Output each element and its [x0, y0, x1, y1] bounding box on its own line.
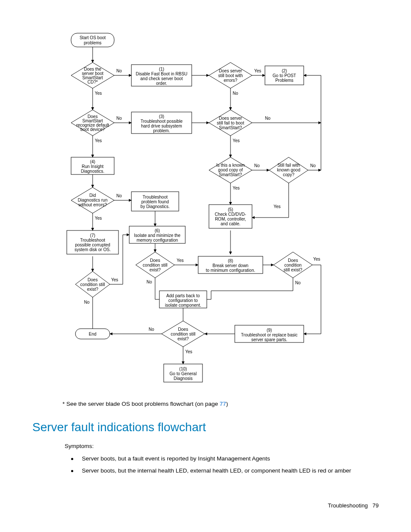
svg-text:No: No — [146, 280, 152, 284]
symptoms-label: Symptoms: — [65, 443, 94, 449]
svg-text:No: No — [116, 116, 122, 121]
node-p8: (8)Break server downto minimum configura… — [198, 256, 263, 274]
svg-text:Yes: Yes — [95, 91, 102, 96]
node-d-known: Is this a knowngood copy ofSmartStart? — [209, 157, 252, 183]
page: Start OS bootproblems Does theserver boo… — [0, 0, 411, 532]
bullet-2: Server boots, but the internal health LE… — [82, 467, 351, 474]
footnote-page-link[interactable]: 77 — [220, 401, 226, 407]
svg-text:Add parts back toconfiguration: Add parts back toconfiguration toisolate… — [165, 293, 201, 308]
svg-text:No: No — [116, 68, 122, 73]
footnote-suffix: ) — [226, 401, 228, 407]
node-p4: (4)Run InsightDiagnostics. — [71, 157, 114, 174]
svg-text:Yes: Yes — [274, 204, 280, 209]
node-p2: (2)Go to POSTProblems — [265, 66, 304, 85]
node-d-cond1: Doescondition stillexist? — [136, 252, 174, 278]
node-start: Start OS bootproblems — [71, 33, 114, 47]
node-d-stillfail: Still fail withknown goodcopy? — [269, 157, 308, 183]
bullet-1: Server boots, but a fault event is repor… — [82, 455, 270, 462]
bullet-icon — [71, 458, 73, 460]
svg-text:No: No — [149, 327, 154, 332]
node-p3: (3)Troubleshoot possiblehard drive subsy… — [131, 112, 192, 134]
bullet-icon — [71, 470, 73, 472]
svg-text:Yes: Yes — [95, 138, 102, 143]
footnote-text: * See the server blade OS boot problems … — [62, 401, 220, 407]
svg-text:Yes: Yes — [111, 277, 118, 282]
node-p1: (1)Disable Fast Boot in RBSUand check se… — [131, 65, 192, 86]
node-d-bootcd: Does theserver bootSmartStartCD?* — [71, 62, 114, 88]
flowchart-diagram: Start OS bootproblems Does theserver boo… — [62, 32, 330, 394]
svg-text:Troubleshootproblem foundby Di: Troubleshootproblem foundby Diagnostics. — [140, 195, 170, 209]
node-d-cond2: Doesconditionstill exist? — [274, 252, 312, 278]
svg-text:Yes: Yes — [185, 349, 192, 354]
node-p-addback: Add parts back toconfiguration toisolate… — [159, 291, 207, 308]
node-d-recog: DoesSmartStartrecognize defaultboot devi… — [71, 110, 114, 136]
svg-text:Yes: Yes — [254, 68, 261, 73]
svg-text:Yes: Yes — [177, 258, 184, 263]
node-p-diagfix: Troubleshootproblem foundby Diagnostics. — [131, 192, 179, 211]
node-p5: (5)Check CD/DVD-ROM, controller,and cabl… — [209, 205, 252, 228]
svg-text:Yes: Yes — [313, 257, 320, 261]
svg-text:No: No — [295, 280, 301, 285]
node-end: End — [75, 329, 110, 339]
svg-text:No: No — [265, 116, 271, 121]
page-footer: Troubleshooting 79 — [328, 502, 379, 509]
svg-text:Is this a knowngood copy ofSma: Is this a knowngood copy ofSmartStart? — [216, 163, 245, 177]
node-d-cond3: Doescondition stillexist? — [75, 271, 110, 297]
node-d-diag: DidDiagnostics runwithout errors? — [71, 187, 114, 213]
node-d-cond4: Doescondition stillexist? — [162, 321, 205, 347]
node-d-failboot: Does serverstill fail to bootSmartStart? — [209, 110, 252, 136]
svg-text:No: No — [84, 300, 90, 305]
svg-text:No: No — [116, 193, 122, 198]
node-p9: (9)Troubleshoot or replace basicserver s… — [235, 325, 304, 342]
footer-section: Troubleshooting — [328, 502, 368, 509]
svg-text:Yes: Yes — [95, 216, 102, 221]
node-p7: (7)Troubleshootpossible corruptedsystem … — [67, 230, 118, 254]
svg-text:No: No — [254, 163, 260, 168]
svg-text:No: No — [310, 163, 316, 168]
section-heading: Server fault indications flowchart — [32, 420, 206, 434]
node-p6: (6)Isolate and minimize thememory config… — [129, 226, 185, 243]
node-d-errors: Does serverstill boot witherrors? — [209, 62, 252, 88]
svg-text:End: End — [89, 332, 97, 336]
svg-text:Yes: Yes — [233, 138, 240, 143]
footnote: * See the server blade OS boot problems … — [62, 401, 228, 407]
svg-text:Does serverstill fail to bootS: Does serverstill fail to bootSmartStart? — [217, 116, 244, 130]
svg-text:Yes: Yes — [233, 186, 240, 190]
footer-page-number: 79 — [373, 502, 379, 509]
svg-text:No: No — [233, 91, 238, 96]
node-p10: (10)Go to GeneralDiagnosis — [164, 364, 202, 382]
